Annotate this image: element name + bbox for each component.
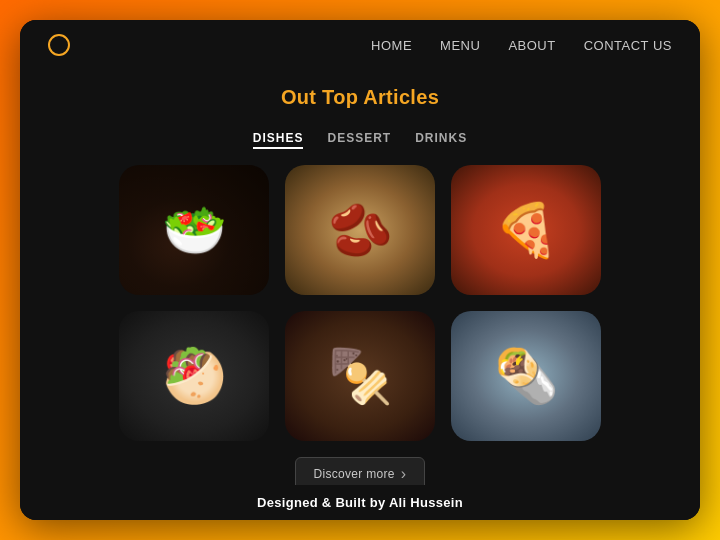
main-content: Out Top Articles DISHES DESSERT DRINKS D… [20,70,700,485]
discover-label: Discover more [314,467,395,481]
nav-contact[interactable]: CONTACT US [584,38,672,53]
discover-more-button[interactable]: Discover more [295,457,426,485]
logo-icon [48,34,70,56]
browser-window: HOME MENU ABOUT CONTACT US Out Top Artic… [20,20,700,520]
food-card-1[interactable] [119,165,269,295]
nav-about[interactable]: ABOUT [508,38,555,53]
nav-links: HOME MENU ABOUT CONTACT US [371,38,672,53]
food-card-2[interactable] [285,165,435,295]
food-card-3[interactable] [451,165,601,295]
nav-home[interactable]: HOME [371,38,412,53]
tab-dessert[interactable]: DESSERT [327,129,391,149]
nav-menu[interactable]: MENU [440,38,480,53]
navigation: HOME MENU ABOUT CONTACT US [20,20,700,70]
section-title: Out Top Articles [281,86,439,109]
footer: Designed & Built by Ali Hussein [20,485,700,520]
tab-dishes[interactable]: DISHES [253,129,304,149]
food-card-6[interactable] [451,311,601,441]
tab-drinks[interactable]: DRINKS [415,129,467,149]
food-card-4[interactable] [119,311,269,441]
footer-text: Designed & Built by Ali Hussein [257,495,463,510]
category-tabs: DISHES DESSERT DRINKS [253,129,467,149]
food-grid [119,165,601,441]
food-card-5[interactable] [285,311,435,441]
